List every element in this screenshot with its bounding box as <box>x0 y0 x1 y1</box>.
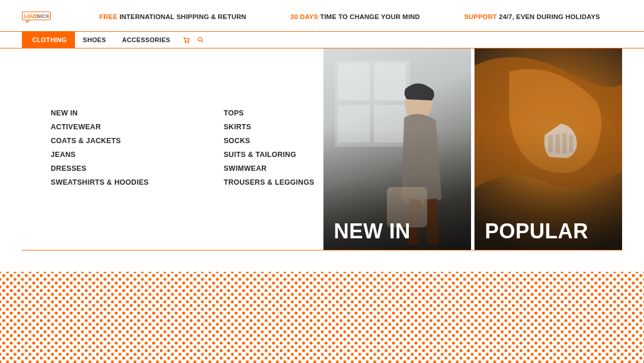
mega-link-coats-jackets[interactable]: COATS & JACKETS <box>51 137 149 145</box>
background-pattern <box>0 272 644 363</box>
mega-link-dresses[interactable]: DRESSES <box>51 164 149 173</box>
mega-link-trousers-leggings[interactable]: TROUSERS & LEGGINGS <box>224 178 314 186</box>
nav-accessories[interactable]: ACCESSORIES <box>114 32 178 48</box>
main-nav: CLOTHING SHOES ACCESSORIES <box>22 32 622 48</box>
mega-menu-clothing: NEW IN ACTIVEWEAR COATS & JACKETS JEANS … <box>22 48 622 250</box>
mega-link-skirts[interactable]: SKIRTS <box>224 123 314 131</box>
mega-link-socks[interactable]: SOCKS <box>224 137 314 145</box>
mega-col-2: TOPS SKIRTS SOCKS SUITS & TAILORING SWIM… <box>224 109 314 250</box>
promo-tile-new-in[interactable]: NEW IN <box>323 48 471 250</box>
mega-link-jeans[interactable]: JEANS <box>51 151 149 159</box>
nav-clothing[interactable]: CLOTHING <box>24 32 75 48</box>
mega-col-1: NEW IN ACTIVEWEAR COATS & JACKETS JEANS … <box>51 109 149 250</box>
promo-support: SUPPORT 24/7, EVEN DURING HOLIDAYS <box>464 13 600 20</box>
brand-logo[interactable]: LOUD NICK <box>22 10 54 23</box>
svg-text:LOUD: LOUD <box>24 14 38 19</box>
mega-link-sweatshirts-hoodies[interactable]: SWEATSHIRTS & HOODIES <box>51 178 149 186</box>
promo-shipping: FREE INTERNATIONAL SHIPPING & RETURN <box>99 13 246 20</box>
nav-shoes[interactable]: SHOES <box>75 32 114 48</box>
promo-returns: 30 DAYS TIME TO CHANGE YOUR MIND <box>291 13 420 20</box>
svg-point-4 <box>188 42 189 43</box>
cart-icon[interactable] <box>183 36 190 44</box>
mega-link-new-in[interactable]: NEW IN <box>51 109 149 117</box>
svg-point-5 <box>198 38 202 42</box>
mega-link-activewear[interactable]: ACTIVEWEAR <box>51 123 149 131</box>
mega-link-tops[interactable]: TOPS <box>224 109 314 117</box>
tile-label: POPULAR <box>485 221 589 242</box>
search-icon[interactable] <box>197 36 204 43</box>
mega-link-suits-tailoring[interactable]: SUITS & TAILORING <box>224 151 314 159</box>
promo-tile-popular[interactable]: POPULAR <box>474 48 622 250</box>
mega-link-swimwear[interactable]: SWIMWEAR <box>224 164 314 173</box>
promo-bar: LOUD NICK FREE INTERNATIONAL SHIPPING & … <box>22 0 622 31</box>
svg-text:NICK: NICK <box>37 14 50 19</box>
tile-label: NEW IN <box>334 221 410 242</box>
svg-point-3 <box>185 42 186 43</box>
